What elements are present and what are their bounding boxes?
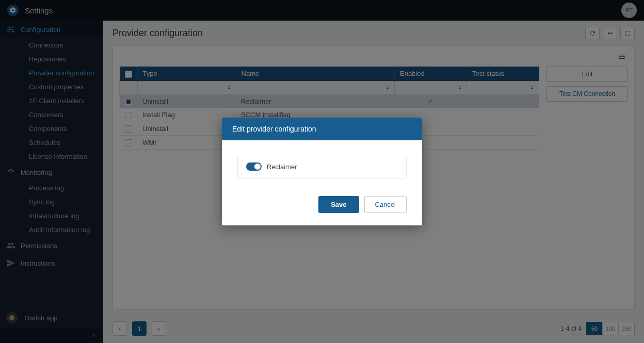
modal-save-button[interactable]: Save xyxy=(318,196,359,213)
edit-provider-modal: Edit provider configuration Reclaimer Sa… xyxy=(222,118,422,225)
reclaimer-toggle-label: Reclaimer xyxy=(267,163,297,171)
reclaimer-toggle[interactable] xyxy=(246,162,262,171)
modal-cancel-button[interactable]: Cancel xyxy=(364,196,407,213)
modal-title: Edit provider configuration xyxy=(222,118,422,140)
